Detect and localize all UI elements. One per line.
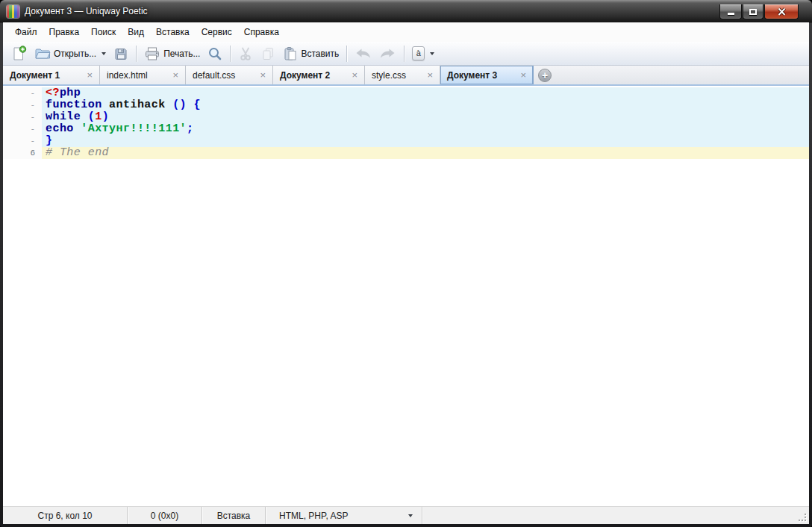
- resize-grip[interactable]: [799, 514, 806, 521]
- tab-label: Документ 3: [447, 70, 497, 81]
- tab-index-html[interactable]: index.html ×: [100, 66, 186, 84]
- paste-clipboard-icon: [283, 46, 298, 61]
- minimize-icon: [728, 13, 734, 15]
- menu-service[interactable]: Сервис: [196, 24, 238, 40]
- code-line-4: - echo 'Ахтунг!!!!111';: [3, 123, 809, 135]
- encoding-keycap-icon: à: [412, 46, 425, 60]
- toolbar-separator: [346, 46, 347, 62]
- window-controls: [719, 4, 799, 19]
- code-text: while (1): [42, 111, 809, 123]
- menu-view[interactable]: Вид: [122, 24, 150, 40]
- paste-button-label: Вставить: [301, 49, 339, 59]
- tab-style-css[interactable]: style.css ×: [365, 66, 440, 84]
- syntax-scheme-select[interactable]: HTML, PHP, ASP: [266, 507, 422, 524]
- status-bar: Стр 6, кол 10 0 (0x0) Вставка HTML, PHP,…: [3, 506, 809, 524]
- new-document-button[interactable]: [7, 44, 31, 63]
- tab-close-icon[interactable]: ×: [260, 70, 266, 80]
- open-button-label: Открыть...: [54, 49, 96, 59]
- search-icon: [207, 46, 222, 61]
- line-marker: -: [3, 135, 42, 147]
- code-line-2: - function antihack () {: [3, 99, 809, 111]
- code-line-6-current: 6 # The end: [3, 147, 809, 159]
- tab-label: style.css: [372, 70, 406, 81]
- print-button[interactable]: Печать...: [140, 45, 204, 63]
- tab-close-icon[interactable]: ×: [427, 70, 433, 80]
- line-marker: -: [3, 99, 42, 111]
- undo-arrow-icon: [355, 48, 372, 60]
- menu-search[interactable]: Поиск: [85, 24, 122, 40]
- open-button[interactable]: Открыть...: [31, 45, 110, 62]
- code-text: echo 'Ахтунг!!!!111';: [42, 123, 809, 135]
- tab-label: Документ 2: [280, 70, 330, 81]
- status-spacer: [422, 507, 809, 524]
- print-button-label: Печать...: [163, 49, 200, 59]
- open-folder-icon: [34, 46, 51, 60]
- tab-bar: Документ 1 × index.html × default.css × …: [3, 66, 809, 86]
- printer-icon: [144, 46, 160, 61]
- redo-button[interactable]: [375, 46, 400, 61]
- toolbar-separator: [404, 46, 405, 62]
- close-button[interactable]: [764, 4, 799, 19]
- undo-button[interactable]: [351, 46, 375, 61]
- tab-document-3-active[interactable]: Документ 3 ×: [440, 66, 534, 84]
- save-floppy-icon: [113, 46, 128, 61]
- caret-position-indicator: Стр 6, кол 10: [3, 507, 128, 524]
- encoding-button[interactable]: à: [408, 45, 438, 62]
- menu-help[interactable]: Справка: [238, 24, 285, 40]
- tab-document-1[interactable]: Документ 1 ×: [3, 66, 100, 84]
- plus-icon: +: [538, 69, 552, 82]
- tab-close-icon[interactable]: ×: [87, 70, 93, 80]
- line-marker: -: [3, 123, 42, 135]
- app-window: Документ 3 — Uniqway Poetic Файл Правка …: [0, 0, 812, 527]
- maximize-icon: [749, 9, 757, 15]
- tab-document-2[interactable]: Документ 2 ×: [273, 66, 365, 84]
- minimize-button[interactable]: [719, 4, 742, 19]
- code-text: }: [42, 135, 809, 147]
- close-icon: [777, 7, 787, 16]
- app-logo-icon: [7, 5, 19, 18]
- open-dropdown-icon: [102, 52, 106, 55]
- paste-button[interactable]: Вставить: [279, 45, 343, 63]
- cut-button[interactable]: [234, 45, 257, 63]
- copy-button[interactable]: [257, 45, 279, 63]
- menu-file[interactable]: Файл: [9, 24, 43, 40]
- toolbar-separator: [136, 46, 137, 62]
- syntax-scheme-label: HTML, PHP, ASP: [279, 511, 348, 521]
- tab-close-icon[interactable]: ×: [352, 70, 357, 80]
- code-line-5: - }: [3, 135, 809, 147]
- copy-pages-icon: [260, 46, 275, 61]
- menu-insert[interactable]: Вставка: [150, 24, 196, 40]
- code-editor[interactable]: - <?php - function antihack () { - while…: [3, 86, 809, 506]
- encoding-dropdown-icon: [430, 52, 434, 55]
- scissors-icon: [238, 46, 253, 61]
- new-tab-button[interactable]: +: [534, 66, 556, 84]
- code-text: function antihack () {: [42, 99, 809, 111]
- tab-label: index.html: [107, 70, 148, 81]
- line-number: 6: [3, 147, 42, 159]
- line-marker: -: [3, 111, 42, 123]
- tab-close-icon[interactable]: ×: [172, 70, 178, 80]
- tab-close-icon[interactable]: ×: [520, 70, 526, 80]
- maximize-button[interactable]: [743, 4, 763, 19]
- code-line-1: - <?php: [3, 87, 809, 99]
- menu-bar: Файл Правка Поиск Вид Вставка Сервис Спр…: [3, 22, 809, 42]
- window-title: Документ 3 — Uniqway Poetic: [25, 6, 148, 16]
- redo-arrow-icon: [379, 48, 396, 60]
- tab-label: Документ 1: [10, 70, 60, 81]
- input-mode-indicator: Вставка: [202, 507, 266, 524]
- toolbar-separator: [230, 46, 231, 62]
- search-button[interactable]: [204, 45, 226, 63]
- menu-edit[interactable]: Правка: [43, 24, 86, 40]
- toolbar: Открыть... Печать...: [3, 42, 809, 66]
- new-document-icon: [11, 46, 27, 61]
- selection-indicator: 0 (0x0): [128, 507, 202, 524]
- code-text: # The end: [42, 147, 809, 159]
- code-text: <?php: [42, 87, 809, 99]
- client-area: Файл Правка Поиск Вид Вставка Сервис Спр…: [3, 22, 809, 524]
- code-line-3: - while (1): [3, 111, 809, 123]
- title-bar[interactable]: Документ 3 — Uniqway Poetic: [0, 0, 812, 22]
- tab-default-css[interactable]: default.css ×: [186, 66, 273, 84]
- save-button[interactable]: [110, 45, 132, 63]
- line-marker: -: [3, 87, 42, 99]
- syntax-dropdown-icon: [408, 514, 413, 517]
